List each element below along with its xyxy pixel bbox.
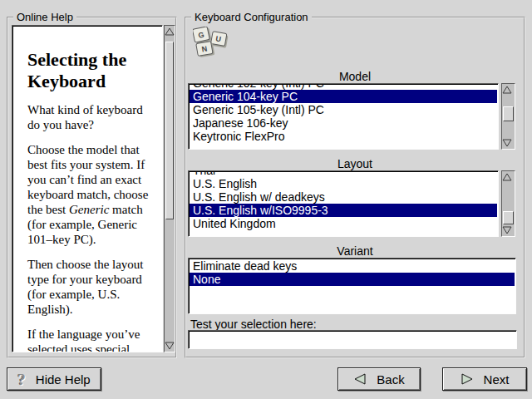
next-button[interactable]: Next (442, 367, 527, 391)
help-heading: Selecting the Keyboard (27, 49, 155, 92)
list-item[interactable]: Generic 104-key PC (190, 90, 497, 103)
keyboard-config-frame-title: Keyboard Configuration (191, 11, 312, 23)
back-button-label: Back (377, 372, 404, 387)
list-item[interactable]: Japanese 106-key (190, 116, 497, 130)
left-arrow-icon (353, 373, 367, 385)
scroll-down-arrow-icon[interactable] (165, 342, 175, 350)
scroll-down-arrow-icon[interactable] (502, 226, 515, 234)
test-selection-label: Test your selection here: (190, 318, 317, 331)
variant-label: Variant (186, 244, 524, 258)
question-mark-icon: ? (17, 372, 26, 387)
list-item[interactable]: None (190, 273, 515, 286)
keyboard-config-panel: Keyboard Configuration G U N Model Gener (185, 17, 525, 358)
list-item[interactable]: Generic 105-key (Intl) PC (190, 103, 497, 116)
help-paragraph: Choose the model that best fits your sys… (27, 142, 155, 247)
test-input[interactable] (188, 330, 517, 349)
layout-list[interactable]: Thai U.S. English U.S. English w/ deadke… (188, 170, 499, 237)
scrollbar-thumb[interactable] (503, 106, 514, 121)
online-help-panel: Online Help Selecting the Keyboard What … (7, 17, 177, 358)
next-button-label: Next (484, 372, 510, 387)
list-item[interactable]: U.S. English (190, 177, 497, 190)
scroll-up-arrow-icon[interactable] (165, 27, 175, 36)
scroll-up-arrow-icon[interactable] (502, 173, 515, 181)
model-scrollbar[interactable] (501, 83, 515, 150)
list-item[interactable]: U.S. English w/ deadkeys (190, 190, 497, 204)
scrollbar-thumb[interactable] (503, 211, 514, 224)
help-paragraph: Then choose the layout type for your key… (27, 257, 155, 317)
help-paragraph: If the language you’ve selected uses spe… (27, 327, 155, 352)
list-item[interactable]: Eliminate dead keys (190, 259, 515, 273)
help-text-italic: Generic (69, 203, 109, 216)
hide-help-button-label: Hide Help (36, 372, 91, 387)
list-item[interactable]: U.S. English w/ISO9995-3 (190, 204, 497, 217)
hide-help-button[interactable]: ? Hide Help (7, 367, 101, 391)
model-label: Model (186, 70, 524, 83)
layout-scrollbar[interactable] (501, 170, 515, 237)
list-item[interactable]: United Kingdom (190, 217, 497, 230)
help-content: Selecting the Keyboard What kind of keyb… (12, 25, 163, 352)
help-scrollbar[interactable] (164, 25, 175, 352)
layout-label: Layout (186, 157, 524, 170)
scroll-down-arrow-icon[interactable] (502, 139, 515, 147)
scroll-up-arrow-icon[interactable] (502, 86, 515, 94)
help-paragraph: What kind of keyboard do you have? (27, 102, 155, 132)
list-item[interactable]: Keytronic FlexPro (190, 130, 497, 143)
model-list[interactable]: Generic 102-key (Intl) PC Generic 104-ke… (188, 83, 499, 150)
scrollbar-thumb[interactable] (165, 42, 174, 219)
back-button[interactable]: Back (337, 367, 421, 391)
variant-list[interactable]: Eliminate dead keys None (188, 258, 516, 314)
installer-window: { "colors": { "background": "#d6d6d6", "… (0, 0, 532, 399)
keyboard-keys-icon: G U N (193, 27, 229, 58)
online-help-frame-title: Online Help (13, 11, 76, 23)
right-arrow-icon (461, 373, 474, 385)
